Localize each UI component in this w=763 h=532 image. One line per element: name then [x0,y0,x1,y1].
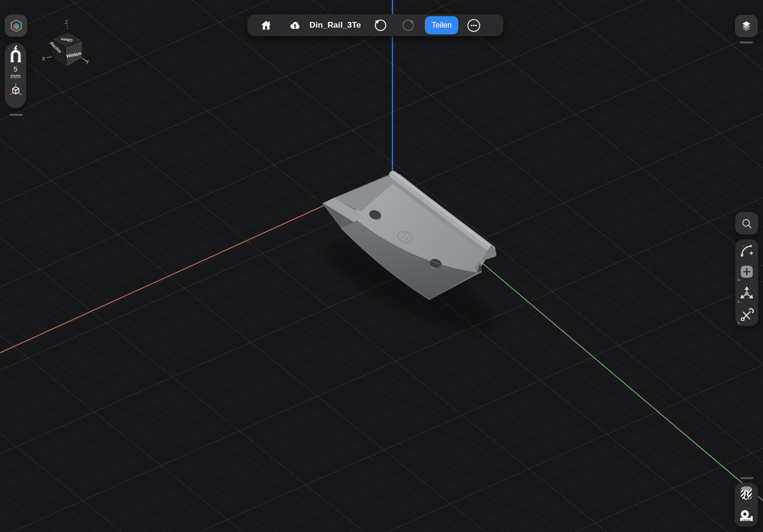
view-utilities-panel [734,483,758,527]
din-rail-model[interactable] [316,173,505,349]
layers-button[interactable] [735,15,758,37]
move-icon [740,286,754,301]
home-icon [260,19,272,31]
cloud-sync-button[interactable] [287,14,301,36]
undo-icon [374,19,387,32]
section-view-icon [739,486,754,502]
snap-toggle-button[interactable] [5,44,26,65]
sketch-icon [740,243,754,257]
sketch-tool-button[interactable] [735,239,758,261]
measure-icon [739,509,754,523]
tools-button[interactable] [735,305,758,327]
view-cube[interactable]: Oben Rechts Hinten Z X Y [41,19,89,67]
submenu-corner-marker [738,321,741,324]
submenu-corner-marker [738,278,741,281]
left-panel-drag-handle[interactable] [10,114,23,116]
measure-button[interactable] [734,505,758,527]
tool-palette [735,239,758,326]
document-title[interactable]: Din_Rail_3Te [309,14,361,36]
redo-icon [402,19,415,32]
home-button[interactable] [259,14,273,36]
more-icon [467,19,481,32]
axis-z-tick [67,25,68,31]
share-button[interactable]: Teilen [425,16,458,34]
viewport-canvas[interactable]: Oben Rechts Hinten Z X Y [0,0,763,532]
axis-z-label: Z [64,19,68,25]
isometric-cube-icon [9,19,23,33]
add-body-tool-button[interactable] [735,261,758,283]
tools-icon [740,308,754,322]
isometric-view-button[interactable] [5,14,27,37]
snap-unit: mm [10,73,21,80]
move-tool-button[interactable] [735,283,758,305]
search-button[interactable] [735,212,758,235]
magnet-snap-icon [8,45,24,64]
axis-x-label: X [41,56,45,61]
redo-button[interactable] [401,14,415,36]
add-icon [740,265,753,278]
more-options-button[interactable] [466,14,481,36]
axis-x-tick [47,57,52,58]
search-icon [739,216,754,231]
right-top-drag-handle[interactable] [740,41,753,43]
axis-y-line [481,262,763,501]
app-window: Oben Rechts Hinten Z X Y [0,0,763,532]
orientation-cube-icon [8,82,24,98]
orientation-toggle-button[interactable] [5,80,26,99]
axis-y-label: Y [85,59,89,65]
undo-button[interactable] [373,14,388,36]
document-toolbar: Din_Rail_3Te Teilen [247,14,503,36]
submenu-corner-marker [738,300,741,303]
layers-icon [738,18,754,34]
snap-settings-panel: 5 mm [5,43,26,108]
axis-x-line [0,202,331,353]
cloud-upload-icon [288,19,301,32]
bottom-right-drag-handle[interactable] [740,477,753,479]
snap-value: 5 [13,65,17,73]
section-view-button[interactable] [734,483,758,505]
